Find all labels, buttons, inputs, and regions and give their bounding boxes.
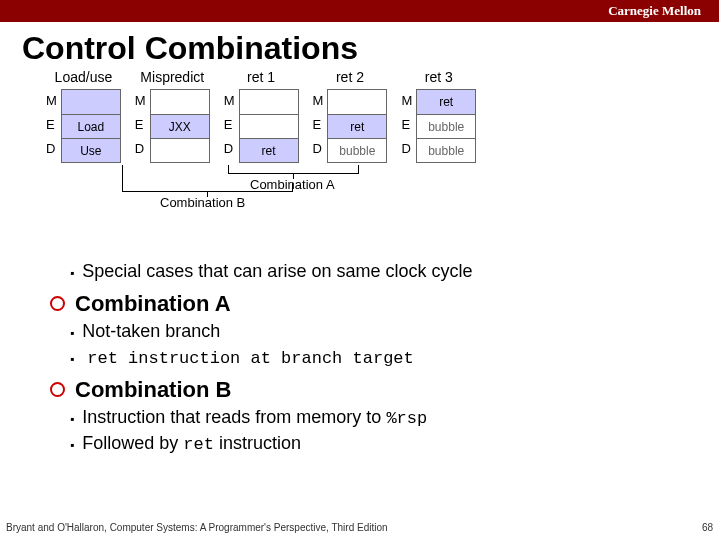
stage-label: D: [224, 137, 235, 161]
diagram-col-3: ret 2MEDretbubble: [313, 69, 388, 163]
combo-b-label: Combination B: [160, 195, 245, 210]
pipeline-cell: ret: [417, 90, 475, 114]
pipeline-cell: JXX: [151, 114, 209, 138]
combo-b-item-0: Instruction that reads from memory to %r…: [70, 405, 719, 431]
combo-b-heading: Combination B: [50, 377, 719, 403]
pipeline-cell: [151, 90, 209, 114]
diagram-col-4: ret 3MEDretbubblebubble: [401, 69, 476, 163]
combination-labels: Combination A Combination B: [46, 165, 719, 205]
diagram-col-1: MispredictMEDJXX: [135, 69, 210, 163]
pipeline-diagram: Load/useMEDLoadUseMispredictMEDJXXret 1M…: [46, 69, 719, 163]
col-head: ret 3: [425, 69, 453, 85]
col-head: ret 1: [247, 69, 275, 85]
stage-label: D: [135, 137, 146, 161]
pipeline-cell: ret: [240, 138, 298, 162]
combo-a-heading: Combination A: [50, 291, 719, 317]
pipeline-cell: [328, 90, 386, 114]
stage-label: M: [135, 89, 146, 113]
combo-a-item-0: Not-taken branch: [70, 319, 719, 345]
combo-b-text-1: Followed by: [82, 433, 183, 453]
stage-label: E: [46, 113, 57, 137]
stage-label: M: [401, 89, 412, 113]
stage-label: E: [313, 113, 324, 137]
rsp-code: %rsp: [386, 409, 427, 428]
pipeline-cell: [151, 138, 209, 162]
pipeline-cell: Load: [62, 114, 120, 138]
pipeline-cell: [62, 90, 120, 114]
combo-a-code: ret instruction at branch target: [87, 349, 413, 368]
slide-title: Control Combinations: [22, 30, 719, 67]
stage-label: E: [135, 113, 146, 137]
stage-label: D: [313, 137, 324, 161]
stage-label: E: [401, 113, 412, 137]
pipeline-cell: ret: [328, 114, 386, 138]
stage-label: D: [46, 137, 57, 161]
col-head: Mispredict: [140, 69, 204, 85]
slide-footer: Bryant and O'Hallaron, Computer Systems:…: [6, 522, 713, 533]
col-head: Load/use: [55, 69, 113, 85]
stage-label: M: [313, 89, 324, 113]
diagram-col-0: Load/useMEDLoadUse: [46, 69, 121, 163]
pipeline-cell: bubble: [328, 138, 386, 162]
combo-b-item-1: Followed by ret instruction: [70, 431, 719, 457]
brand-bar: Carnegie Mellon: [0, 0, 719, 22]
stage-label: E: [224, 113, 235, 137]
stage-label: D: [401, 137, 412, 161]
footer-citation: Bryant and O'Hallaron, Computer Systems:…: [6, 522, 388, 533]
combo-b-text-0: Instruction that reads from memory to: [82, 407, 386, 427]
pipeline-cell: bubble: [417, 114, 475, 138]
diagram-col-2: ret 1MEDret: [224, 69, 299, 163]
pipeline-cell: [240, 90, 298, 114]
stage-label: M: [224, 89, 235, 113]
combo-a-item-1: ret instruction at branch target: [70, 345, 719, 371]
pipeline-cell: bubble: [417, 138, 475, 162]
pipeline-cell: Use: [62, 138, 120, 162]
pipeline-cell: [240, 114, 298, 138]
bullet-content: Special cases that can arise on same clo…: [50, 259, 719, 457]
footer-page: 68: [702, 522, 713, 533]
col-head: ret 2: [336, 69, 364, 85]
brand-text: Carnegie Mellon: [608, 3, 701, 19]
ret-code: ret: [183, 435, 214, 454]
stage-label: M: [46, 89, 57, 113]
intro-bullet: Special cases that can arise on same clo…: [70, 259, 719, 285]
